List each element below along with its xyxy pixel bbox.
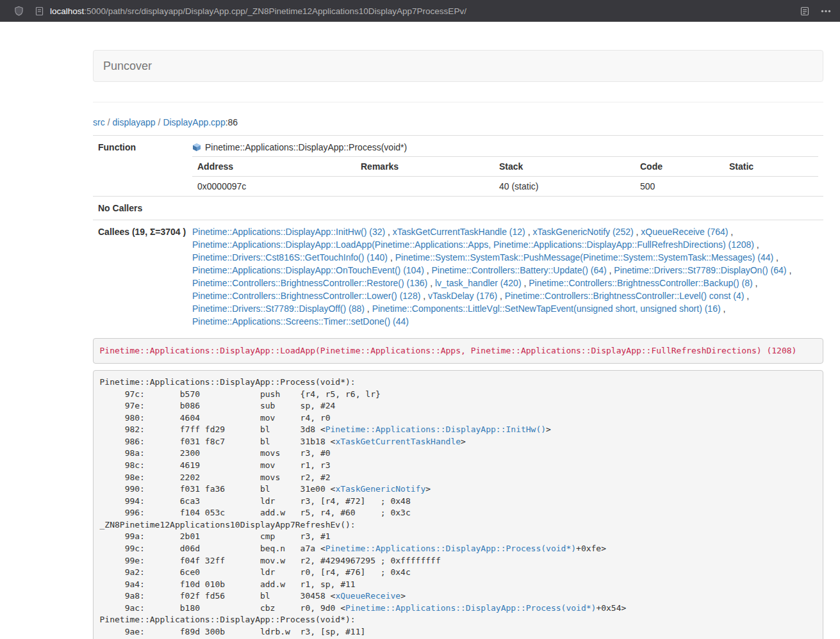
reader-mode-icon[interactable] xyxy=(800,6,809,16)
no-callers-value xyxy=(187,197,823,220)
callee-link[interactable]: Pinetime::Controllers::BrightnessControl… xyxy=(505,291,744,301)
urlbar-left-group: localhost:5000/path/src/displayapp/Displ… xyxy=(0,6,466,16)
urlbar-right-group xyxy=(800,6,840,16)
function-icon xyxy=(192,143,201,152)
callee-link[interactable]: Pinetime::Applications::DisplayApp::Init… xyxy=(192,227,385,237)
callees-label: Callees (19, Σ=3704 ) xyxy=(93,220,187,334)
breadcrumb-file-link[interactable]: DisplayApp.cpp xyxy=(163,117,225,127)
address-value: 0x0000097c xyxy=(192,177,356,197)
callee-link[interactable]: Pinetime::System::SystemTask::PushMessag… xyxy=(395,252,774,263)
breadcrumb-separator: / xyxy=(105,117,113,127)
callee-link[interactable]: vTaskDelay (176) xyxy=(428,291,497,301)
callee-link[interactable]: Pinetime::Controllers::BrightnessControl… xyxy=(192,278,427,288)
callee-link[interactable]: xTaskGetCurrentTaskHandle (12) xyxy=(393,227,525,237)
callees-list: Pinetime::Applications::DisplayApp::Init… xyxy=(187,220,823,334)
browser-chrome: localhost:5000/path/src/displayapp/Displ… xyxy=(0,0,840,22)
no-callers-row: No Callers xyxy=(93,197,823,220)
stack-value: 40 (static) xyxy=(494,177,635,197)
code-value: 500 xyxy=(635,177,724,197)
static-value xyxy=(724,177,818,197)
col-address: Address xyxy=(192,157,356,177)
function-name: Pinetime::Applications::DisplayApp::Proc… xyxy=(205,141,407,154)
no-callers-label: No Callers xyxy=(93,197,187,220)
url-path: :5000/path/src/displayapp/DisplayApp.cpp… xyxy=(84,6,466,16)
disassembly-symbol-link[interactable]: Pinetime::Applications::DisplayApp::Proc… xyxy=(345,603,596,613)
disassembly-symbol-link[interactable]: xTaskGetCurrentTaskHandle xyxy=(335,437,461,446)
page-info-icon[interactable] xyxy=(35,6,44,16)
callee-link[interactable]: Pinetime::Controllers::BrightnessControl… xyxy=(192,291,420,301)
callee-link[interactable]: xQueueReceive (764) xyxy=(641,227,728,237)
callee-link[interactable]: Pinetime::Applications::DisplayApp::OnTo… xyxy=(192,265,424,275)
col-code: Code xyxy=(635,157,724,177)
function-row: Function Pinetime::Applications::Display… xyxy=(93,136,823,197)
breadcrumb: src/displayapp/DisplayApp.cpp:86 xyxy=(93,116,823,129)
col-remarks: Remarks xyxy=(356,157,494,177)
callee-link[interactable]: Pinetime::Drivers::St7789::DisplayOff() … xyxy=(192,303,365,314)
callee-link[interactable]: Pinetime::Applications::Screens::Timer::… xyxy=(192,316,409,327)
callee-link[interactable]: Pinetime::Components::LittleVgl::SetNewT… xyxy=(372,303,721,314)
callees-row: Callees (19, Σ=3704 ) Pinetime::Applicat… xyxy=(93,220,823,334)
brand-link[interactable]: Puncover xyxy=(94,60,161,73)
divider xyxy=(93,102,823,102)
details-value-row: 0x0000097c 40 (static) 500 xyxy=(192,177,818,197)
disassembly-symbol-link[interactable]: Pinetime::Applications::DisplayApp::Proc… xyxy=(325,544,576,553)
function-name-line: Pinetime::Applications::DisplayApp::Proc… xyxy=(192,141,818,154)
tracking-protection-shield-icon[interactable] xyxy=(14,6,24,16)
url-bar[interactable]: localhost:5000/path/src/displayapp/Displ… xyxy=(50,6,466,16)
remarks-value xyxy=(356,177,494,197)
function-table: Function Pinetime::Applications::Display… xyxy=(93,135,823,333)
function-details-table: Address Remarks Stack Code Static 0x0000… xyxy=(192,156,818,196)
navbar: Puncover xyxy=(93,50,823,82)
callee-link[interactable]: Pinetime::Drivers::Cst816S::GetTouchInfo… xyxy=(192,252,388,263)
snippet-box: Pinetime::Applications::DisplayApp::Load… xyxy=(93,338,823,364)
page-actions-menu-icon[interactable] xyxy=(821,10,831,13)
snippet-symbol-link[interactable]: Pinetime::Applications::DisplayApp::Load… xyxy=(100,346,797,355)
disassembly-pre: Pinetime::Applications::DisplayApp::Proc… xyxy=(93,370,823,639)
breadcrumb-src-link[interactable]: src xyxy=(93,117,105,127)
disassembly-symbol-link[interactable]: xTaskGenericNotify xyxy=(335,484,425,494)
col-static: Static xyxy=(724,157,818,177)
details-header-row: Address Remarks Stack Code Static xyxy=(192,157,818,177)
callee-link[interactable]: Pinetime::Drivers::St7789::DisplayOn() (… xyxy=(614,265,786,275)
url-host: localhost xyxy=(50,6,84,16)
callee-link[interactable]: Pinetime::Applications::DisplayApp::Load… xyxy=(192,239,754,250)
disassembly-symbol-link[interactable]: Pinetime::Applications::DisplayApp::Init… xyxy=(325,425,546,434)
breadcrumb-line-number: :86 xyxy=(226,117,238,127)
callee-link[interactable]: lv_task_handler (420) xyxy=(435,278,522,288)
disassembly-symbol-link[interactable]: xQueueReceive xyxy=(335,591,400,601)
callee-link[interactable]: Pinetime::Controllers::BrightnessControl… xyxy=(529,278,752,288)
breadcrumb-displayapp-link[interactable]: displayapp xyxy=(113,117,156,127)
breadcrumb-separator: / xyxy=(156,117,163,127)
col-stack: Stack xyxy=(494,157,635,177)
callee-link[interactable]: Pinetime::Controllers::Battery::Update()… xyxy=(432,265,607,275)
function-label: Function xyxy=(93,136,187,197)
callee-link[interactable]: xTaskGenericNotify (252) xyxy=(532,227,633,237)
page-container: Puncover src/displayapp/DisplayApp.cpp:8… xyxy=(93,50,823,639)
